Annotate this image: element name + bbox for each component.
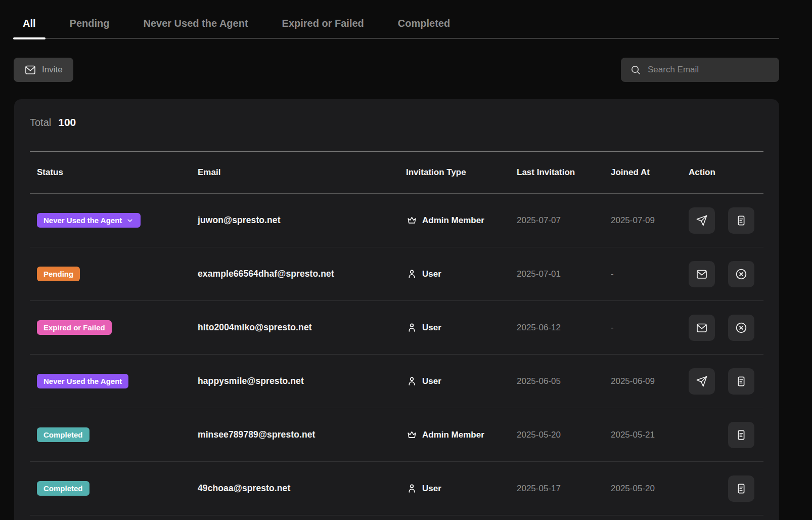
send-mail-button[interactable] xyxy=(689,315,715,341)
send-icon xyxy=(696,375,708,387)
joined-at-value: - xyxy=(604,323,682,333)
document-icon xyxy=(735,375,747,387)
total-value: 100 xyxy=(58,116,76,129)
resend-invitation-button[interactable] xyxy=(689,368,715,395)
email-value: 49choaa@spresto.net xyxy=(191,483,399,494)
invite-button[interactable]: Invite xyxy=(14,58,73,82)
joined-at-value: - xyxy=(604,269,682,279)
invitation-type-value: User xyxy=(399,268,510,280)
last-invitation-value: 2025-05-17 xyxy=(510,484,604,494)
resend-invitation-button[interactable] xyxy=(689,207,715,234)
invitation-type-value: User xyxy=(399,322,510,333)
document-icon xyxy=(735,429,747,441)
search-icon xyxy=(630,64,641,75)
mail-icon xyxy=(696,322,708,334)
crown-icon xyxy=(406,214,418,226)
tab-completed[interactable]: Completed xyxy=(388,17,460,38)
cancel-invitation-button[interactable] xyxy=(728,315,754,341)
status-badge-label: Never Used the Agent xyxy=(43,377,122,385)
status-badge-dropdown[interactable]: Never Used the Agent xyxy=(37,213,141,228)
invitation-log-button[interactable] xyxy=(728,422,754,448)
col-status: Status xyxy=(30,167,191,178)
total-label: Total xyxy=(30,116,51,129)
crown-icon xyxy=(406,429,418,441)
invitation-type-label: User xyxy=(422,269,441,279)
last-invitation-value: 2025-05-20 xyxy=(510,430,604,440)
last-invitation-value: 2025-06-05 xyxy=(510,376,604,386)
email-value: minsee789789@spresto.net xyxy=(191,429,399,440)
person-icon xyxy=(406,375,418,387)
tab-pending[interactable]: Pending xyxy=(60,17,119,38)
email-value: juwon@spresto.net xyxy=(191,215,399,226)
invitation-type-value: Admin Member xyxy=(399,214,510,226)
last-invitation-value: 2025-07-01 xyxy=(510,269,604,279)
table-row: Pending example66564dhaf@spresto.net Use… xyxy=(30,247,763,301)
tab-never-used-the-agent[interactable]: Never Used the Agent xyxy=(133,17,257,38)
document-icon xyxy=(735,214,747,227)
invitation-type-value: User xyxy=(399,483,510,494)
invitation-type-label: Admin Member xyxy=(422,215,484,226)
joined-at-value: 2025-05-21 xyxy=(604,430,682,440)
chevron-down-icon xyxy=(126,216,134,225)
search-box xyxy=(621,58,779,82)
invitation-log-button[interactable] xyxy=(728,475,754,502)
table-header: Status Email Invitation Type Last Invita… xyxy=(30,152,763,194)
email-value: example66564dhaf@spresto.net xyxy=(191,269,399,279)
invite-button-label: Invite xyxy=(42,65,63,75)
email-value: hito2004miko@spresto.net xyxy=(191,322,399,333)
send-icon xyxy=(696,214,708,227)
table-row: Completed 49choaa@spresto.net User 2025-… xyxy=(30,462,763,515)
table-row: Completed minsee789789@spresto.net Admin… xyxy=(30,408,763,462)
cancel-circle-icon xyxy=(735,268,748,281)
person-icon xyxy=(406,322,418,333)
joined-at-value: 2025-07-09 xyxy=(604,215,682,226)
col-joined-at: Joined At xyxy=(604,167,682,178)
invitation-type-value: User xyxy=(399,375,510,387)
joined-at-value: 2025-06-09 xyxy=(604,376,682,386)
cancel-invitation-button[interactable] xyxy=(728,261,754,287)
total-count: Total 100 xyxy=(30,99,763,129)
mail-icon xyxy=(696,268,708,280)
status-badge: Completed xyxy=(37,427,89,442)
invitation-type-label: User xyxy=(422,376,441,386)
search-email-input[interactable] xyxy=(648,65,770,75)
table-row: Never Used the Agent juwon@spresto.net A… xyxy=(30,194,763,247)
col-action: Action xyxy=(682,167,763,178)
status-badge-label: Never Used the Agent xyxy=(43,216,122,225)
send-mail-button[interactable] xyxy=(689,261,715,287)
last-invitation-value: 2025-07-07 xyxy=(510,215,604,226)
status-filter-tabs: All Pending Never Used the Agent Expired… xyxy=(13,17,779,39)
status-badge: Expired or Failed xyxy=(37,320,112,335)
email-value: happysmile@spresto.net xyxy=(191,376,399,386)
invitation-type-label: User xyxy=(422,323,441,333)
cancel-circle-icon xyxy=(735,321,748,334)
table-row: Expired or Failed hito2004miko@spresto.n… xyxy=(30,301,763,355)
invitation-log-button[interactable] xyxy=(728,207,754,234)
col-last-invitation: Last Invitation xyxy=(510,167,604,178)
status-badge-label: Completed xyxy=(43,430,83,439)
tab-all[interactable]: All xyxy=(13,17,46,38)
joined-at-value: 2025-05-20 xyxy=(604,484,682,494)
status-badge-label: Expired or Failed xyxy=(43,323,105,332)
invitations-table: Status Email Invitation Type Last Invita… xyxy=(30,151,763,515)
document-icon xyxy=(735,483,747,495)
person-icon xyxy=(406,483,418,494)
last-invitation-value: 2025-06-12 xyxy=(510,323,604,333)
toolbar: Invite xyxy=(14,58,779,82)
status-badge-label: Pending xyxy=(43,270,73,278)
invitations-card: Total 100 Status Email Invitation Type L… xyxy=(14,99,779,520)
status-badge: Pending xyxy=(37,267,80,281)
status-badge-label: Completed xyxy=(43,484,83,493)
tab-expired-or-failed[interactable]: Expired or Failed xyxy=(273,17,374,38)
person-icon xyxy=(406,268,418,280)
col-invitation-type: Invitation Type xyxy=(399,167,510,178)
status-badge: Never Used the Agent xyxy=(37,374,128,388)
status-badge: Completed xyxy=(37,481,89,496)
invitation-type-label: Admin Member xyxy=(422,430,484,440)
col-email: Email xyxy=(191,167,399,178)
invitation-type-value: Admin Member xyxy=(399,429,510,441)
invitation-type-label: User xyxy=(422,484,441,494)
table-row: Never Used the Agent happysmile@spresto.… xyxy=(30,355,763,408)
mail-icon xyxy=(24,64,36,76)
invitation-log-button[interactable] xyxy=(728,368,754,395)
